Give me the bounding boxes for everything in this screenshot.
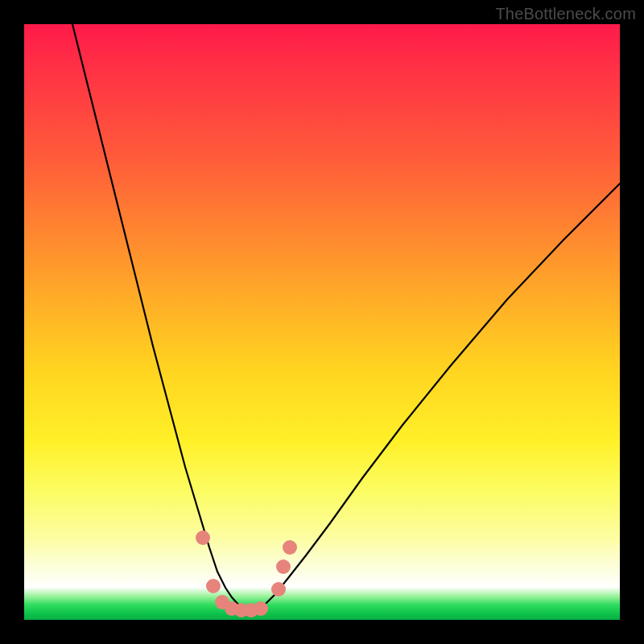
chart-frame: TheBottleneck.com bbox=[0, 0, 644, 644]
watermark-label: TheBottleneck.com bbox=[495, 5, 636, 23]
trough-dot bbox=[196, 530, 210, 545]
trough-dot bbox=[254, 601, 268, 616]
trough-dot bbox=[271, 582, 286, 597]
trough-dot bbox=[206, 579, 221, 593]
trough-dots-group bbox=[196, 530, 297, 617]
trough-dot bbox=[276, 559, 291, 574]
bottleneck-curve-path bbox=[72, 24, 620, 609]
plot-area bbox=[24, 24, 620, 620]
trough-dot bbox=[283, 540, 297, 555]
curve-layer bbox=[24, 24, 620, 620]
